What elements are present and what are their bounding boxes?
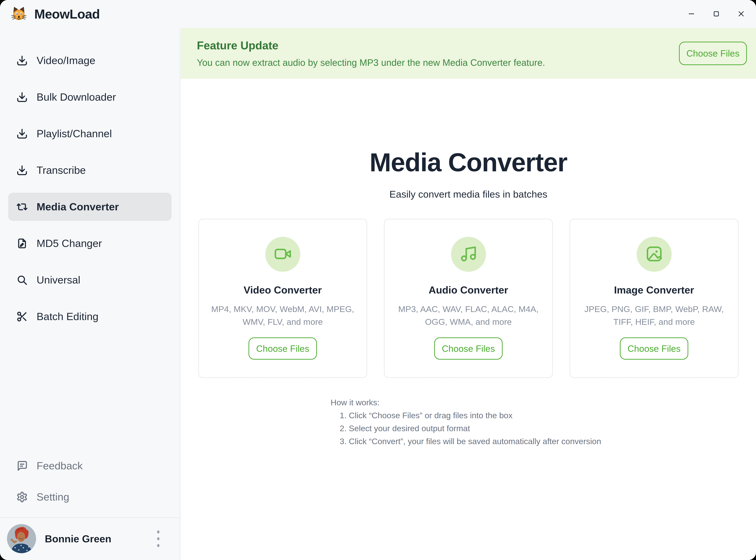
how-it-works-heading: How it works: (331, 396, 756, 409)
feature-update-banner: Feature Update You can now extract audio… (181, 28, 756, 79)
cat-logo-icon (11, 6, 27, 22)
file-pen-icon (16, 238, 28, 249)
close-icon (737, 10, 745, 18)
chat-bubble-icon (16, 460, 28, 472)
sidebar-item-label: Universal (37, 274, 80, 286)
window-controls (687, 9, 746, 19)
titlebar: MeowLoad (0, 0, 756, 28)
sidebar-item-label: Setting (37, 491, 69, 503)
user-name: Bonnie Green (45, 533, 111, 545)
image-icon (645, 245, 663, 263)
sidebar-item-video-image[interactable]: Video/Image (8, 46, 172, 75)
sidebar-item-bulk-downloader[interactable]: Bulk Downloader (8, 83, 172, 111)
sidebar-item-transcribe[interactable]: Transcribe (8, 156, 172, 184)
sidebar-divider (0, 518, 180, 518)
maximize-icon (712, 10, 720, 18)
card-title: Video Converter (207, 284, 359, 296)
sidebar-item-label: Media Converter (37, 201, 119, 213)
sidebar: Video/Image Bulk Downloader Playlist/Cha… (0, 28, 180, 560)
app-brand: MeowLoad (11, 6, 100, 22)
video-camera-icon (274, 245, 292, 263)
close-button[interactable] (736, 9, 746, 19)
how-it-works: How it works: 1. Click “Choose Files” or… (331, 396, 756, 448)
page-subtitle: Easily convert media files in batches (181, 188, 756, 200)
video-choose-files-button[interactable]: Choose Files (248, 337, 317, 360)
download-icon (16, 55, 28, 66)
sidebar-item-label: MD5 Changer (37, 237, 102, 249)
sidebar-item-label: Feedback (37, 460, 83, 472)
sidebar-item-feedback[interactable]: Feedback (8, 452, 172, 480)
sidebar-item-label: Video/Image (37, 55, 95, 66)
minimize-button[interactable] (687, 9, 696, 19)
audio-choose-files-button[interactable]: Choose Files (434, 337, 503, 360)
card-formats: MP3, AAC, WAV, FLAC, ALAC, M4A, OGG, WMA… (393, 303, 544, 328)
converter-cards: Video Converter MP4, MKV, MOV, WebM, AVI… (181, 219, 756, 378)
repeat-icon (16, 201, 28, 213)
card-formats: JPEG, PNG, GIF, BMP, WebP, RAW, TIFF, HE… (578, 303, 730, 328)
banner-title: Feature Update (197, 39, 545, 52)
sidebar-item-media-converter[interactable]: Media Converter (8, 193, 172, 221)
how-it-works-step: 3. Click “Convert”, your files will be s… (340, 435, 756, 448)
kebab-menu-icon[interactable] (155, 529, 161, 549)
sidebar-item-setting[interactable]: Setting (8, 483, 172, 511)
icon-circle (637, 237, 672, 272)
app-title: MeowLoad (34, 7, 100, 21)
audio-converter-card[interactable]: Audio Converter MP3, AAC, WAV, FLAC, ALA… (384, 219, 553, 378)
user-row[interactable]: Bonnie Green (7, 523, 173, 554)
app-window: MeowLoad (0, 0, 756, 560)
card-formats: MP4, MKV, MOV, WebM, AVI, MPEG, WMV, FLV… (207, 303, 359, 328)
download-icon (16, 128, 28, 139)
page-title: Media Converter (181, 147, 756, 177)
how-it-works-step: 1. Click “Choose Files” or drag files in… (340, 409, 756, 422)
main-content: Media Converter Easily convert media fil… (181, 79, 756, 560)
image-converter-card[interactable]: Image Converter JPEG, PNG, GIF, BMP, Web… (570, 219, 738, 378)
maximize-button[interactable] (711, 9, 721, 19)
sidebar-item-md5-changer[interactable]: MD5 Changer (8, 229, 172, 257)
card-title: Image Converter (578, 284, 730, 296)
sidebar-item-label: Playlist/Channel (37, 127, 112, 140)
sidebar-nav: Video/Image Bulk Downloader Playlist/Cha… (0, 28, 180, 339)
sidebar-item-batch-editing[interactable]: Batch Editing (8, 302, 172, 331)
image-choose-files-button[interactable]: Choose Files (620, 337, 688, 360)
icon-circle (451, 237, 486, 272)
icon-circle (265, 237, 300, 272)
scissors-icon (16, 311, 28, 322)
avatar (7, 524, 36, 553)
search-icon (16, 274, 28, 286)
banner-choose-files-button[interactable]: Choose Files (679, 42, 747, 65)
banner-text: Feature Update You can now extract audio… (197, 39, 545, 68)
gear-icon (16, 491, 28, 503)
minimize-icon (688, 10, 695, 18)
card-title: Audio Converter (393, 284, 544, 296)
sidebar-item-label: Batch Editing (37, 311, 99, 322)
sidebar-item-label: Transcribe (37, 164, 86, 176)
banner-message: You can now extract audio by selecting M… (197, 57, 545, 68)
music-note-icon (460, 245, 477, 263)
download-icon (16, 164, 28, 176)
sidebar-item-universal[interactable]: Universal (8, 266, 172, 294)
how-it-works-step: 2. Select your desired output format (340, 422, 756, 435)
download-icon (16, 91, 28, 103)
video-converter-card[interactable]: Video Converter MP4, MKV, MOV, WebM, AVI… (198, 219, 367, 378)
sidebar-item-playlist-channel[interactable]: Playlist/Channel (8, 120, 172, 148)
sidebar-item-label: Bulk Downloader (37, 91, 116, 103)
sidebar-footer: Feedback Setting (0, 452, 180, 560)
